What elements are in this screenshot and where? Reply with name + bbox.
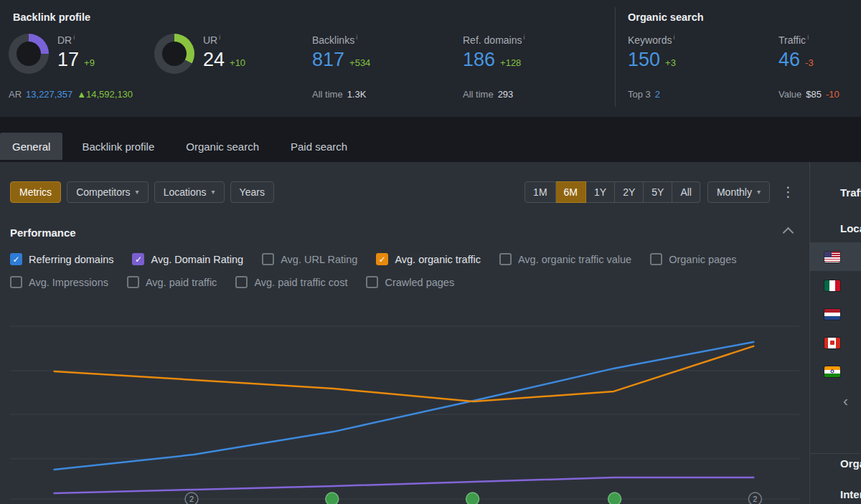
range-1m-button[interactable]: 1M bbox=[524, 181, 555, 203]
ref-domains-alltime-value: 293 bbox=[498, 89, 514, 100]
location-row-in[interactable] bbox=[810, 357, 861, 386]
keywords-stat: Keywordsi 150+3 bbox=[628, 34, 676, 70]
metric-toggle-avg-domain-rating[interactable]: Avg. Domain Rating bbox=[132, 253, 243, 265]
metric-toggle-label: Referring domains bbox=[29, 254, 113, 265]
years-button[interactable]: Years bbox=[230, 181, 274, 203]
sidebar-traffic-heading: Traffic bbox=[840, 186, 861, 199]
tab-organic-search[interactable]: Organic search bbox=[174, 133, 271, 160]
chart-line bbox=[55, 346, 754, 401]
tab-paid-search[interactable]: Paid search bbox=[278, 133, 359, 160]
traffic-value-link[interactable]: 46 bbox=[778, 50, 800, 70]
traffic-value-amount: $85 bbox=[806, 89, 822, 100]
info-icon[interactable]: i bbox=[73, 34, 75, 41]
metric-toggle-avg-organic-traffic[interactable]: Avg. organic traffic bbox=[376, 253, 481, 265]
location-row-us[interactable] bbox=[810, 242, 861, 271]
info-icon[interactable]: i bbox=[219, 34, 220, 41]
collapse-performance-button[interactable] bbox=[780, 224, 799, 241]
sidebar-collapse-button[interactable]: ‹ bbox=[843, 393, 848, 408]
info-icon[interactable]: i bbox=[673, 34, 674, 41]
keywords-label: Keywordsi bbox=[628, 34, 676, 46]
metric-toggle-label: Crawled pages bbox=[385, 277, 454, 288]
ar-label: AR bbox=[9, 89, 22, 100]
dr-value: 17 bbox=[57, 50, 79, 70]
chart-event-marker[interactable] bbox=[608, 493, 621, 504]
backlinks-label: Backlinksi bbox=[312, 34, 370, 46]
metric-toggle-label: Organic pages bbox=[669, 254, 736, 265]
traffic-delta: -3 bbox=[805, 57, 814, 68]
metric-toggle-avg-impressions[interactable]: Avg. Impressions bbox=[10, 276, 108, 288]
ref-domains-stat: Ref. domainsi 186+128 bbox=[463, 34, 524, 70]
metric-toggle-crawled-pages[interactable]: Crawled pages bbox=[366, 276, 454, 288]
date-range-segment: 1M 6M 1Y 2Y 5Y All bbox=[524, 181, 700, 203]
backlinks-alltime-label: All time bbox=[312, 89, 343, 100]
main-panel: Metrics Competitors▾ Locations▾ Years 1M… bbox=[0, 162, 809, 504]
backlink-profile-section-title: Backlink profile bbox=[13, 11, 90, 23]
country-flag-icon bbox=[824, 280, 840, 291]
chart-area: 22 bbox=[10, 319, 799, 504]
chevron-left-icon: ‹ bbox=[843, 392, 848, 409]
range-1y-button[interactable]: 1Y bbox=[586, 181, 615, 203]
metric-toggle-avg-organic-traffic-value[interactable]: Avg. organic traffic value bbox=[499, 253, 631, 265]
performance-header: Performance bbox=[0, 224, 809, 241]
range-6m-button[interactable]: 6M bbox=[556, 181, 586, 203]
tab-backlink-profile[interactable]: Backlink profile bbox=[70, 133, 166, 160]
locations-dropdown[interactable]: Locations▾ bbox=[154, 181, 225, 203]
location-row-mx[interactable] bbox=[810, 271, 861, 300]
chart-event-marker[interactable] bbox=[466, 493, 479, 504]
ref-domains-label: Ref. domainsi bbox=[463, 34, 524, 46]
backlinks-alltime-value: 1.3K bbox=[347, 89, 367, 100]
caret-down-icon: ▾ bbox=[136, 189, 139, 196]
checkbox-icon bbox=[127, 276, 139, 288]
ur-value: 24 bbox=[203, 50, 225, 70]
metric-toggle-referring-domains[interactable]: Referring domains bbox=[10, 253, 113, 265]
ar-value-link[interactable]: 13,227,357 bbox=[26, 89, 72, 100]
metric-toggle-label: Avg. Domain Rating bbox=[151, 254, 243, 265]
range-2y-button[interactable]: 2Y bbox=[615, 181, 644, 203]
location-row-nl[interactable] bbox=[810, 300, 861, 328]
info-icon[interactable]: i bbox=[523, 34, 524, 41]
traffic-stat: Traffici 46-3 bbox=[778, 34, 814, 70]
metric-toggle-row: Referring domains Avg. Domain Rating Avg… bbox=[10, 253, 799, 265]
dr-label: DRi bbox=[57, 34, 95, 46]
keywords-delta: +3 bbox=[665, 57, 676, 68]
metric-toggle-organic-pages[interactable]: Organic pages bbox=[650, 253, 736, 265]
location-row-ca[interactable] bbox=[810, 328, 861, 357]
info-icon[interactable]: i bbox=[356, 34, 357, 41]
checkbox-icon bbox=[235, 276, 248, 288]
ar-delta: ▲14,592,130 bbox=[77, 89, 133, 100]
chart-line bbox=[55, 477, 754, 493]
ur-stat: URi 24+10 bbox=[154, 34, 245, 74]
metric-toggle-label: Avg. URL Rating bbox=[281, 254, 357, 265]
checkbox-icon bbox=[499, 253, 512, 265]
metrics-button[interactable]: Metrics bbox=[10, 181, 61, 203]
header-section-divider bbox=[615, 7, 616, 107]
keywords-value-link[interactable]: 150 bbox=[628, 50, 660, 70]
metric-toggle-avg-paid-traffic-cost[interactable]: Avg. paid traffic cost bbox=[235, 276, 347, 288]
range-all-button[interactable]: All bbox=[672, 181, 700, 203]
competitors-dropdown[interactable]: Competitors▾ bbox=[67, 181, 149, 203]
granularity-dropdown[interactable]: Monthly▾ bbox=[707, 181, 770, 203]
ur-gauge bbox=[154, 34, 194, 74]
top3-label: Top 3 bbox=[628, 89, 651, 100]
backlinks-value-link[interactable]: 817 bbox=[312, 50, 344, 70]
tab-general[interactable]: General bbox=[0, 133, 62, 160]
metric-toggle-avg-paid-traffic[interactable]: Avg. paid traffic bbox=[127, 276, 217, 288]
metric-toggle-label: Avg. organic traffic value bbox=[518, 254, 631, 265]
metric-toggle-avg-url-rating[interactable]: Avg. URL Rating bbox=[262, 253, 357, 265]
right-sidebar: Traffic Location ‹ Organic Intents bbox=[809, 162, 861, 504]
dr-stat: DRi 17+9 bbox=[9, 34, 95, 74]
top3-value-link[interactable]: 2 bbox=[655, 89, 660, 100]
more-options-button[interactable]: ⋮ bbox=[777, 184, 799, 201]
ref-domains-value-link[interactable]: 186 bbox=[463, 50, 495, 70]
sidebar-intents-heading: Intents bbox=[840, 488, 861, 500]
toolbar: Metrics Competitors▾ Locations▾ Years 1M… bbox=[0, 162, 809, 203]
range-5y-button[interactable]: 5Y bbox=[644, 181, 672, 203]
info-icon[interactable]: i bbox=[807, 34, 809, 41]
ur-label: URi bbox=[203, 34, 245, 46]
country-flag-icon bbox=[824, 252, 840, 262]
keywords-top3-row: Top 3 2 bbox=[628, 89, 660, 100]
chart-line bbox=[55, 342, 754, 470]
chart-event-marker[interactable] bbox=[326, 493, 339, 504]
sidebar-organic-heading: Organic bbox=[840, 457, 861, 470]
kebab-icon: ⋮ bbox=[781, 184, 795, 199]
